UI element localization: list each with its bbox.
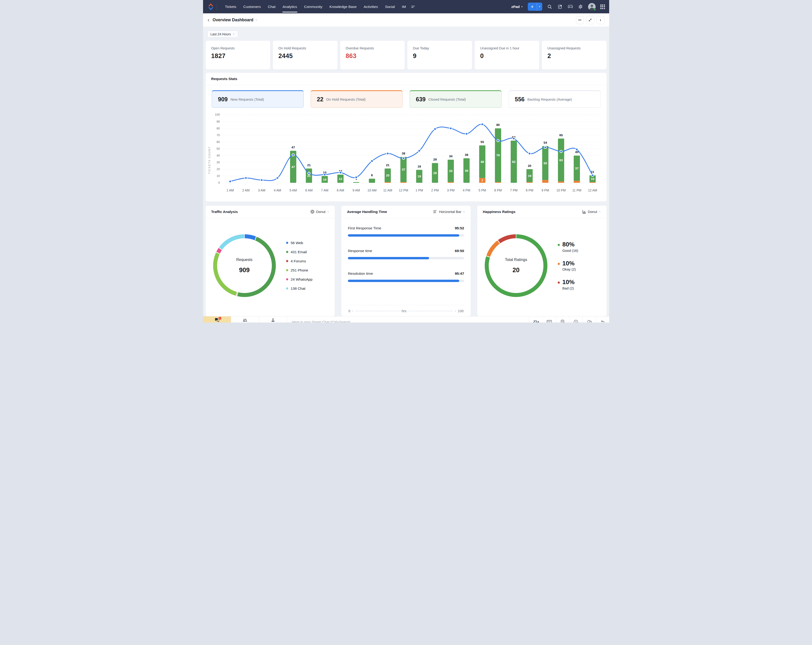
more-actions-button[interactable]: •••	[576, 16, 584, 24]
traffic-legend-item-phone[interactable]: 251 Phone	[286, 268, 313, 272]
kpi-label: Overdue Requests	[346, 46, 399, 50]
svg-text:30: 30	[217, 160, 220, 164]
zoho-desk-logo-icon[interactable]	[207, 3, 214, 11]
plus-icon[interactable]: +	[528, 3, 537, 11]
portal-selector[interactable]: zPad▼	[511, 5, 523, 9]
stat-tab-backlog-requests-average-[interactable]: 556Backlog Requests (Average)	[508, 90, 600, 108]
games-icon[interactable]	[568, 4, 573, 9]
legend-dot	[286, 278, 288, 280]
document-alert-icon[interactable]	[556, 316, 569, 322]
svg-text:63: 63	[559, 159, 563, 162]
combo-chart: TICKETS COUNT 01020304050607080901001 AM…	[206, 109, 607, 202]
requests-stats-panel: Requests Stats 909New Requests (Total)22…	[206, 73, 607, 202]
back-chevron-icon[interactable]: ‹	[208, 18, 209, 23]
happiness-ratings-title: Happiness Ratings	[483, 210, 516, 214]
svg-text:37: 37	[575, 167, 578, 170]
nav-item-knowledge-base[interactable]: Knowledge Base	[326, 0, 360, 13]
svg-text:10: 10	[591, 177, 594, 181]
feed-icon[interactable]	[557, 4, 563, 9]
nav-item-activities[interactable]: Activities	[360, 0, 381, 13]
nav-more-icon[interactable]	[411, 6, 415, 8]
traffic-chart-type-selector[interactable]: Donut ▼	[310, 210, 329, 214]
chat-tab-channels[interactable]: Channels	[231, 316, 259, 322]
zia-icon[interactable]: Zia	[529, 316, 542, 322]
aht-fill	[348, 257, 429, 259]
happiness-legend-item-bad[interactable]: 10%Bad (2)	[558, 279, 578, 290]
chat-tabs: 2Unread ChatsChannelsContacts	[203, 316, 287, 322]
search-icon[interactable]	[547, 4, 553, 9]
divider	[217, 3, 217, 10]
svg-text:8 AM: 8 AM	[337, 188, 344, 192]
clock-icon[interactable]	[569, 316, 583, 322]
legend-dot	[558, 281, 560, 284]
traffic-legend-item-chat[interactable]: 138 Chat	[286, 286, 313, 291]
kpi-value: 9	[413, 52, 467, 60]
keyboard-icon[interactable]	[542, 316, 556, 322]
legend-percent: 10%	[562, 260, 576, 267]
happiness-chart-type-selector[interactable]: Donut ▼	[582, 210, 601, 214]
smart-chat-input[interactable]	[287, 316, 529, 322]
chevron-down-icon: ▼	[463, 211, 465, 213]
legend-label: Bad (2)	[562, 286, 575, 290]
add-button[interactable]: + ▼	[528, 3, 542, 11]
svg-text:7: 7	[481, 179, 483, 182]
top-nav: TicketsCustomersChatAnalyticsCommunityKn…	[203, 0, 609, 13]
time-range-filter[interactable]: Last 24 Hours▼	[207, 31, 238, 38]
stat-tab-new-requests-total-[interactable]: 909New Requests (Total)	[212, 90, 304, 108]
nav-item-community[interactable]: Community	[301, 0, 326, 13]
aht-track	[348, 234, 464, 237]
traffic-legend-item-forums[interactable]: 4 Forums	[286, 259, 313, 263]
nav-item-social[interactable]: Social	[382, 0, 398, 13]
nav-item-analytics[interactable]: Analytics	[279, 0, 301, 13]
info-button[interactable]: i	[597, 16, 604, 24]
avatar[interactable]	[588, 3, 595, 11]
traffic-legend-item-web[interactable]: 56 Web	[286, 241, 313, 245]
chat-icon[interactable]	[583, 316, 596, 322]
traffic-legend-item-email[interactable]: 431 Email	[286, 250, 313, 254]
aht-label: Resolution time	[348, 272, 373, 276]
stat-tab-on-hold-requests-total-[interactable]: 22On Hold Requests (Total)	[311, 90, 403, 108]
donut-center-label: Requests	[236, 257, 253, 262]
svg-text:65: 65	[559, 133, 563, 137]
nav-item-im[interactable]: IM	[398, 0, 409, 13]
aht-fill	[348, 234, 459, 237]
donut-center-value: 20	[513, 267, 520, 274]
add-caret-icon[interactable]: ▼	[537, 3, 542, 11]
stat-tab-closed-requests-total-[interactable]: 639Closed Requests (Total)	[410, 90, 502, 108]
legend-dot	[286, 269, 288, 271]
reply-icon[interactable]	[596, 316, 609, 322]
nav-item-chat[interactable]: Chat	[264, 0, 279, 13]
happiness-legend-item-good[interactable]: 80%Good (16)	[558, 241, 578, 252]
svg-text:21: 21	[386, 164, 389, 167]
people-icon	[243, 318, 247, 322]
svg-text:2 AM: 2 AM	[242, 188, 249, 192]
svg-text:12 AM: 12 AM	[588, 188, 597, 192]
aht-value: 95:52	[455, 226, 464, 230]
svg-text:70: 70	[217, 133, 220, 137]
chat-tab-contacts[interactable]: Contacts	[259, 316, 287, 322]
nav-item-customers[interactable]: Customers	[240, 0, 264, 13]
svg-text:6: 6	[371, 173, 372, 177]
legend-percent: 10%	[562, 279, 575, 286]
svg-text:5 AM: 5 AM	[289, 188, 297, 192]
kpi-value: 863	[346, 52, 399, 60]
aht-track	[348, 257, 464, 259]
title-caret-icon[interactable]: ▼	[255, 19, 257, 21]
settings-gear-icon[interactable]	[578, 4, 583, 9]
aht-value: 69:50	[455, 249, 464, 253]
kpi-label: Due Today	[413, 46, 467, 50]
collapse-button[interactable]	[586, 16, 594, 24]
traffic-analysis-panel: Traffic Analysis Donut ▼ Requests 909 56	[206, 206, 335, 316]
happiness-legend-item-okay[interactable]: 10%Okay (2)	[558, 260, 578, 272]
filter-row: Last 24 Hours▼	[203, 27, 609, 41]
aht-fill	[348, 280, 459, 282]
aht-chart-type-selector[interactable]: Horizontal Bar ▼	[433, 210, 465, 214]
svg-text:21: 21	[307, 164, 311, 167]
axis-unit: hrs	[402, 309, 407, 313]
nav-item-tickets[interactable]: Tickets	[221, 0, 240, 13]
apps-grid-icon[interactable]	[600, 5, 605, 9]
svg-text:37: 37	[402, 168, 405, 171]
chat-tab-unread-chats[interactable]: 2Unread Chats	[203, 316, 231, 322]
traffic-legend-item-whatsapp[interactable]: 24 WhatsApp	[286, 277, 313, 281]
smart-chat-bar: 2Unread ChatsChannelsContacts Zia	[203, 316, 609, 322]
